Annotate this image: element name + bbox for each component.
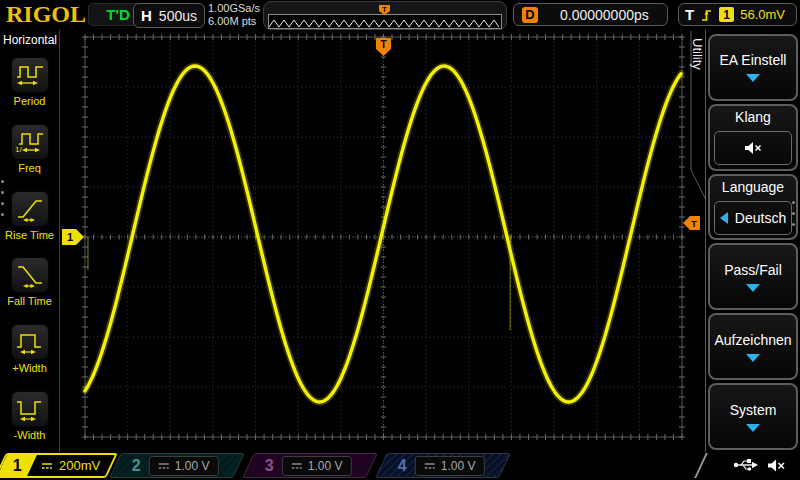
svg-text:T: T bbox=[380, 39, 386, 50]
chevron-down-icon bbox=[746, 284, 760, 292]
menu-button-pass-fail[interactable]: Pass/Fail bbox=[708, 243, 798, 310]
rise-time-icon bbox=[15, 195, 45, 223]
top-status-bar: RIGOL T'D H 500us 1.00GSa/s 6.00M pts T … bbox=[0, 0, 800, 30]
menu-item-fall-time[interactable]: Fall Time bbox=[0, 249, 59, 316]
waveform-display: T1T bbox=[60, 30, 705, 452]
chevron-left-icon bbox=[720, 212, 728, 224]
overview-trigger-position-marker[interactable]: T bbox=[378, 2, 391, 20]
menu-item-plus-width[interactable]: +Width bbox=[0, 316, 59, 383]
period-icon bbox=[15, 61, 45, 89]
right-menu-page-dots bbox=[792, 201, 795, 226]
channel-status-bar: 1 200mV 2 1.00 V bbox=[0, 452, 800, 480]
minus-width-icon bbox=[15, 395, 45, 423]
speaker-muted-icon bbox=[767, 458, 786, 473]
dc-coupling-icon bbox=[291, 462, 303, 470]
delay-badge: D bbox=[522, 7, 538, 23]
timebase-value: 500us bbox=[159, 8, 197, 24]
channel-3-number: 3 bbox=[265, 457, 274, 475]
channel-2-scale: 1.00 V bbox=[175, 459, 210, 473]
status-divider bbox=[694, 453, 712, 478]
rigol-logo: RIGOL bbox=[6, 1, 86, 28]
menu-button-system[interactable]: System bbox=[708, 383, 798, 450]
oscilloscope-screen: RIGOL T'D H 500us 1.00GSa/s 6.00M pts T … bbox=[0, 0, 800, 480]
channel-4-scale: 1.00 V bbox=[441, 459, 476, 473]
freq-icon: 1/ bbox=[15, 128, 45, 156]
horizontal-label: H bbox=[141, 7, 152, 24]
dc-coupling-icon bbox=[41, 462, 53, 470]
channel-1-scale: 200mV bbox=[59, 458, 100, 473]
chevron-down-icon bbox=[746, 424, 760, 432]
svg-text:1: 1 bbox=[67, 231, 73, 243]
chevron-down-icon bbox=[746, 74, 760, 82]
menu-item-freq[interactable]: 1/ Freq bbox=[0, 116, 59, 183]
horizontal-measure-menu: Horizontal Period 1/ Fre bbox=[0, 30, 60, 452]
rising-edge-icon bbox=[700, 7, 713, 23]
sample-rate: 1.00GSa/s bbox=[208, 2, 260, 15]
dc-coupling-icon bbox=[158, 462, 170, 470]
menu-button-io-setup[interactable]: EA Einstell bbox=[708, 34, 798, 101]
speaker-muted-icon bbox=[744, 141, 762, 155]
menu-item-period[interactable]: Period bbox=[0, 49, 59, 116]
chevron-down-icon bbox=[746, 354, 760, 362]
svg-text:T: T bbox=[691, 219, 697, 229]
channel-4-badge[interactable]: 4 1.00 V bbox=[375, 453, 511, 478]
menu-item-minus-width[interactable]: -Width bbox=[0, 382, 59, 449]
language-value: Deutsch bbox=[735, 210, 786, 226]
menu-button-record[interactable]: Aufzeichnen bbox=[708, 313, 798, 380]
channel-3-badge[interactable]: 3 1.00 V bbox=[242, 453, 378, 478]
overview-trigger-letter: T bbox=[382, 6, 387, 13]
utility-menu-tab: Utility bbox=[690, 38, 705, 148]
left-menu-title: Horizontal bbox=[0, 30, 59, 49]
channel-3-scale: 1.00 V bbox=[308, 459, 343, 473]
usb-icon bbox=[733, 457, 759, 473]
svg-text:1/: 1/ bbox=[15, 145, 22, 154]
menu-button-sound[interactable]: Klang bbox=[708, 104, 798, 171]
trigger-info-box[interactable]: T 1 56.0mV bbox=[678, 3, 797, 26]
waveform-overview-strip[interactable]: T bbox=[263, 1, 507, 30]
plus-width-icon bbox=[15, 328, 45, 356]
memory-depth: 6.00M pts bbox=[208, 15, 260, 28]
menu-button-language[interactable]: Language Deutsch bbox=[708, 174, 798, 241]
left-menu-page-dots bbox=[1, 180, 4, 216]
utility-soft-menu: EA Einstell Klang Language Deutsch Pass/… bbox=[708, 34, 798, 450]
delay-value: 0.00000000ps bbox=[560, 7, 649, 23]
acquisition-info: 1.00GSa/s 6.00M pts bbox=[208, 2, 260, 28]
channel-2-number: 2 bbox=[132, 457, 141, 475]
dc-coupling-icon bbox=[424, 462, 436, 470]
horizontal-timebase-box[interactable]: H 500us bbox=[133, 3, 205, 28]
channel-4-number: 4 bbox=[398, 457, 407, 475]
trigger-source-badge: 1 bbox=[719, 7, 734, 22]
channel-1-number: 1 bbox=[13, 457, 22, 475]
delay-box[interactable]: D 0.00000000ps bbox=[513, 3, 668, 26]
channel-1-badge[interactable]: 1 200mV bbox=[0, 453, 118, 478]
fall-time-icon bbox=[15, 261, 45, 289]
trigger-label: T bbox=[685, 6, 694, 23]
channel-2-badge[interactable]: 2 1.00 V bbox=[109, 453, 245, 478]
menu-item-rise-time[interactable]: Rise Time bbox=[0, 182, 59, 249]
trigger-level-value: 56.0mV bbox=[740, 7, 785, 22]
